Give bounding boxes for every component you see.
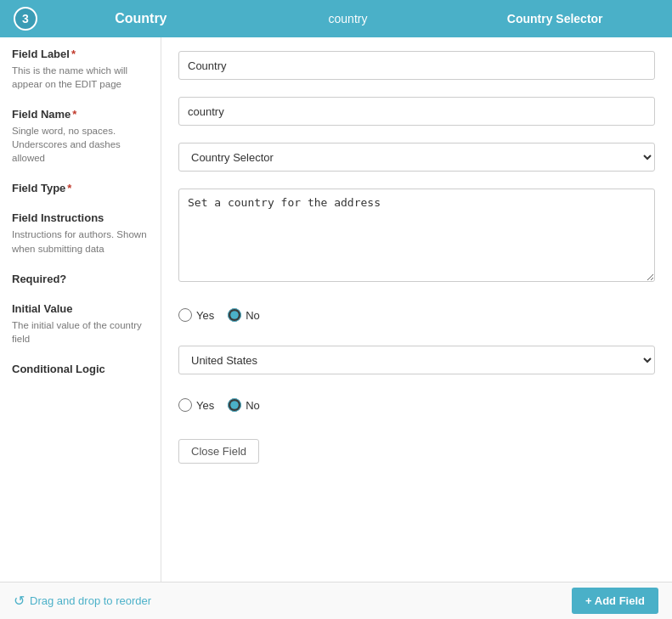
sidebar-conditional-logic-title: Conditional Logic xyxy=(12,363,149,375)
sidebar-initial-value-section: Initial Value The initial value of the c… xyxy=(12,302,149,346)
field-type-required: * xyxy=(67,182,71,194)
sidebar-conditional-logic-section: Conditional Logic xyxy=(12,363,149,375)
sidebar-initial-value-title: Initial Value xyxy=(12,302,149,315)
header-field-type: Country Selector xyxy=(451,12,658,25)
field-label-row xyxy=(178,51,655,80)
header-title: Country xyxy=(37,11,245,26)
sidebar-field-instructions-title: Field Instructions xyxy=(12,211,149,224)
step-badge: 3 xyxy=(14,7,37,31)
field-name-input[interactable] xyxy=(178,97,655,126)
initial-value-select[interactable]: United States xyxy=(178,346,655,374)
main-content: Field Label* This is the name which will… xyxy=(0,37,672,582)
sidebar-field-name-section: Field Name* Single word, no spaces. Unde… xyxy=(12,108,149,165)
field-instructions-row: Set a country for the address xyxy=(178,189,655,284)
sidebar-required-title: Required? xyxy=(12,273,149,285)
field-label-required: * xyxy=(71,48,76,60)
sidebar-field-type-title: Field Type* xyxy=(12,182,149,194)
drag-icon: ↺ xyxy=(14,593,25,609)
sidebar-required-section: Required? xyxy=(12,273,149,285)
sidebar-field-instructions-section: Field Instructions Instructions for auth… xyxy=(12,211,149,255)
conditional-no-option[interactable]: No xyxy=(228,398,260,412)
drag-hint: ↺ Drag and drop to reorder xyxy=(14,593,151,609)
sidebar-field-type-section: Field Type* xyxy=(12,182,149,194)
footer: ↺ Drag and drop to reorder + Add Field xyxy=(0,582,672,619)
drag-hint-text: Drag and drop to reorder xyxy=(30,594,151,607)
required-no-label: No xyxy=(246,309,260,322)
required-yes-radio[interactable] xyxy=(178,308,192,322)
sidebar-field-label-title: Field Label* xyxy=(12,48,149,60)
conditional-yes-label: Yes xyxy=(196,399,214,412)
sidebar-field-name-title: Field Name* xyxy=(12,108,149,121)
conditional-no-label: No xyxy=(246,399,260,412)
close-field-button[interactable]: Close Field xyxy=(178,439,259,464)
required-radio-group: Yes No xyxy=(178,301,655,329)
required-no-radio[interactable] xyxy=(228,308,241,322)
close-field-row: Close Field xyxy=(178,436,655,464)
conditional-yes-option[interactable]: Yes xyxy=(178,398,214,412)
sidebar-field-instructions-desc: Instructions for authors. Shown when sub… xyxy=(12,228,149,255)
conditional-radio-group: Yes No xyxy=(178,391,655,419)
required-row: Yes No xyxy=(178,301,655,329)
field-type-row: Country Selector xyxy=(178,143,655,172)
required-no-option[interactable]: No xyxy=(228,308,260,322)
sidebar-initial-value-desc: The initial value of the country field xyxy=(12,318,149,346)
header: 3 Country country Country Selector xyxy=(0,0,672,37)
conditional-logic-row: Yes No xyxy=(178,391,655,419)
sidebar-field-label-section: Field Label* This is the name which will… xyxy=(12,48,149,91)
conditional-no-radio[interactable] xyxy=(228,398,241,412)
sidebar: Field Label* This is the name which will… xyxy=(0,37,161,582)
field-type-select[interactable]: Country Selector xyxy=(178,143,655,172)
form-content: Country Selector Set a country for the a… xyxy=(161,37,672,582)
initial-value-row: United States xyxy=(178,346,655,374)
field-name-required: * xyxy=(72,108,76,121)
conditional-yes-radio[interactable] xyxy=(178,398,192,412)
field-label-input[interactable] xyxy=(178,51,655,80)
add-field-button[interactable]: + Add Field xyxy=(572,588,658,614)
sidebar-field-label-desc: This is the name which will appear on th… xyxy=(12,64,149,91)
required-yes-option[interactable]: Yes xyxy=(178,308,214,322)
field-instructions-textarea[interactable]: Set a country for the address xyxy=(178,189,655,282)
required-yes-label: Yes xyxy=(196,309,214,322)
sidebar-field-name-desc: Single word, no spaces. Underscores and … xyxy=(12,124,149,165)
header-field-name: country xyxy=(245,12,452,25)
field-name-row xyxy=(178,97,655,126)
